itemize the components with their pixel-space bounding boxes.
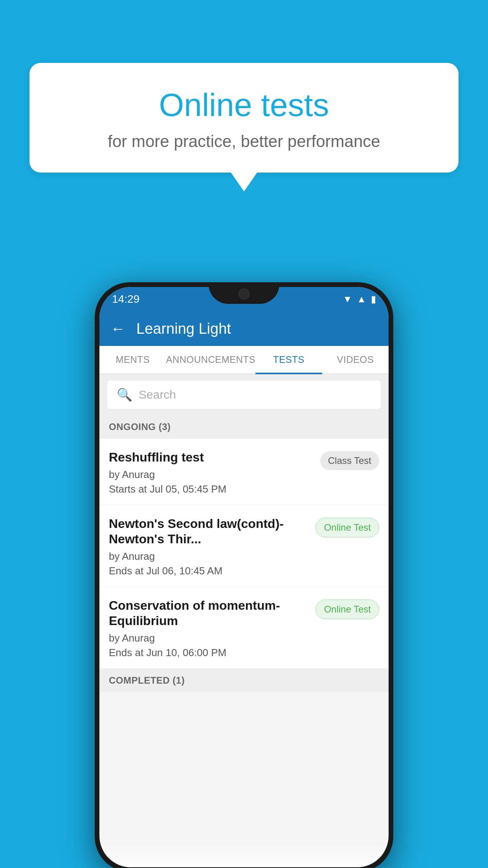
test-item[interactable]: Conservation of momentum-Equilibrium by … xyxy=(99,587,389,669)
test-title: Reshuffling test xyxy=(109,450,314,465)
test-info: Newton's Second law(contd)-Newton's Thir… xyxy=(109,516,316,577)
phone-mockup: 14:29 ▼ ▲ ▮ ← Learning Light MENTS ANNOU… xyxy=(95,282,393,868)
phone-notch xyxy=(209,282,279,304)
test-badge-online: Online Test xyxy=(316,518,379,537)
tab-ments[interactable]: MENTS xyxy=(99,346,166,373)
phone-shell: 14:29 ▼ ▲ ▮ ← Learning Light MENTS ANNOU… xyxy=(95,282,393,868)
wifi-icon: ▼ xyxy=(343,294,352,305)
signal-icon: ▲ xyxy=(357,294,366,305)
search-icon: 🔍 xyxy=(117,387,132,402)
ongoing-section-header: ONGOING (3) xyxy=(99,415,389,439)
search-bar[interactable]: 🔍 Search xyxy=(107,381,381,409)
search-placeholder: Search xyxy=(139,388,176,401)
tab-videos[interactable]: VIDEOS xyxy=(322,346,389,373)
phone-screen: 14:29 ▼ ▲ ▮ ← Learning Light MENTS ANNOU… xyxy=(99,287,389,867)
test-item[interactable]: Reshuffling test by Anurag Starts at Jul… xyxy=(99,439,389,505)
search-container: 🔍 Search xyxy=(99,374,389,415)
test-info: Reshuffling test by Anurag Starts at Jul… xyxy=(109,450,320,495)
tab-tests[interactable]: TESTS xyxy=(255,346,322,373)
app-bar-title: Learning Light xyxy=(136,320,231,337)
battery-icon: ▮ xyxy=(371,294,376,305)
tabs-bar: MENTS ANNOUNCEMENTS TESTS VIDEOS xyxy=(99,346,389,374)
tab-announcements[interactable]: ANNOUNCEMENTS xyxy=(166,346,255,373)
test-item[interactable]: Newton's Second law(contd)-Newton's Thir… xyxy=(99,505,389,587)
completed-section-header: COMPLETED (1) xyxy=(99,669,389,692)
test-info: Conservation of momentum-Equilibrium by … xyxy=(109,598,316,659)
camera-icon xyxy=(238,289,250,300)
bubble-title: Online tests xyxy=(49,86,439,123)
test-author: by Anurag xyxy=(109,550,309,563)
test-time: Ends at Jul 06, 10:45 AM xyxy=(109,565,309,577)
test-list: Reshuffling test by Anurag Starts at Jul… xyxy=(99,439,389,669)
test-author: by Anurag xyxy=(109,632,309,644)
test-time: Starts at Jul 05, 05:45 PM xyxy=(109,483,314,495)
app-bar: ← Learning Light xyxy=(99,311,389,346)
test-badge-class: Class Test xyxy=(320,451,379,470)
status-time: 14:29 xyxy=(112,293,139,305)
test-title: Newton's Second law(contd)-Newton's Thir… xyxy=(109,516,309,546)
speech-bubble: Online tests for more practice, better p… xyxy=(29,63,459,173)
test-author: by Anurag xyxy=(109,469,314,481)
test-time: Ends at Jun 10, 06:00 PM xyxy=(109,647,309,659)
back-button[interactable]: ← xyxy=(110,320,125,337)
bubble-subtitle: for more practice, better performance xyxy=(49,132,439,151)
test-title: Conservation of momentum-Equilibrium xyxy=(109,598,309,628)
test-badge-online: Online Test xyxy=(316,600,379,619)
status-icons: ▼ ▲ ▮ xyxy=(343,294,376,305)
bottom-fade xyxy=(99,844,389,867)
